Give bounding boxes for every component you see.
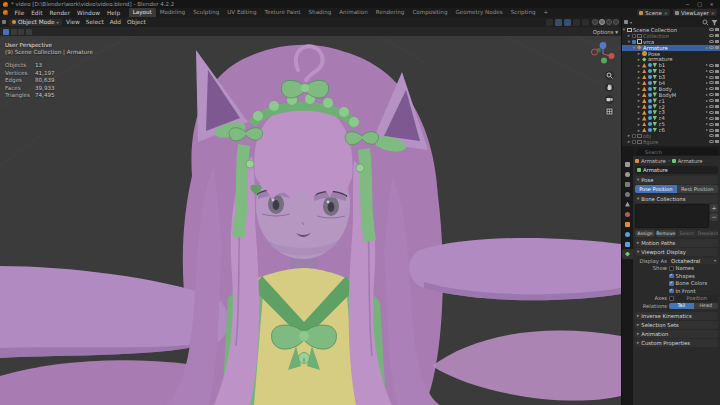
selectable-icon[interactable]	[706, 111, 708, 113]
menu-help[interactable]: Help	[103, 10, 123, 16]
axis-gizmo[interactable]	[590, 41, 616, 67]
hide-viewport-icon[interactable]	[709, 111, 714, 114]
tab-render[interactable]	[622, 169, 633, 179]
tab-view-layer[interactable]	[622, 189, 633, 199]
disable-render-icon[interactable]	[715, 140, 719, 143]
viewport-scene[interactable]	[0, 36, 621, 405]
outliner-row-figure[interactable]: ▸ figure	[622, 139, 720, 145]
tab-constraints[interactable]	[622, 229, 633, 239]
options-dropdown[interactable]: Options ▾	[593, 29, 618, 35]
disable-render-icon[interactable]	[715, 123, 719, 126]
display-as-dropdown[interactable]: Octahedral▾	[669, 258, 718, 265]
workspace-tab-texture-paint[interactable]: Texture Paint	[260, 8, 304, 17]
workspace-tab-rendering[interactable]: Rendering	[372, 8, 409, 17]
zoom-tool-icon[interactable]	[605, 71, 614, 80]
disable-render-icon[interactable]	[715, 111, 719, 114]
pose-position-button[interactable]: Pose Position	[635, 185, 677, 193]
add-bone-collection-button[interactable]: +	[710, 204, 718, 212]
minimize-button[interactable]: ─	[682, 0, 693, 8]
outliner-display-mode-icon[interactable]	[624, 20, 628, 24]
toggle-perspective-icon[interactable]	[605, 107, 614, 116]
panel-custom-properties-header[interactable]: ▸Custom Properties	[635, 339, 718, 347]
selectable-icon[interactable]	[706, 94, 708, 96]
shading-material-icon[interactable]	[606, 19, 612, 25]
selectable-icon[interactable]	[706, 100, 708, 102]
bone-colors-checkbox[interactable]	[669, 281, 674, 286]
tab-object-data[interactable]	[622, 249, 633, 259]
menu-window[interactable]: Window	[74, 10, 104, 16]
panel-bone-collections-header[interactable]: ▾Bone Collections	[635, 195, 718, 203]
workspace-tab-scripting[interactable]: Scripting	[507, 8, 540, 17]
hide-viewport-icon[interactable]	[709, 76, 714, 79]
workspace-tab-modeling[interactable]: Modeling	[156, 8, 189, 17]
workspace-tab-add[interactable]: +	[540, 8, 553, 17]
hide-viewport-icon[interactable]	[709, 40, 714, 43]
tab-tool[interactable]	[622, 159, 633, 169]
mode-dropdown[interactable]: Object Mode ▾	[9, 19, 62, 26]
selectable-icon[interactable]	[706, 129, 708, 131]
blender-logo-icon[interactable]	[3, 2, 8, 7]
menu-render[interactable]: Render	[46, 10, 74, 16]
view-layer-selector[interactable]: ViewLayer ×	[673, 9, 717, 16]
hide-viewport-icon[interactable]	[709, 140, 714, 143]
snap-magnet-icon[interactable]	[546, 19, 553, 26]
tab-output[interactable]	[622, 179, 633, 189]
hide-viewport-icon[interactable]	[709, 105, 714, 108]
search-icon[interactable]	[702, 19, 709, 26]
show-gizmo-icon[interactable]	[573, 19, 580, 26]
hide-viewport-icon[interactable]	[709, 117, 714, 120]
selectable-icon[interactable]	[706, 88, 708, 90]
head-button[interactable]: Head	[694, 303, 719, 310]
viewport-3d[interactable]: Object Mode ▾ View Select Add Object Opt	[0, 17, 621, 405]
workspace-tab-animation[interactable]: Animation	[335, 8, 372, 17]
move-view-hand-icon[interactable]	[605, 83, 614, 92]
exclude-checkbox[interactable]	[632, 140, 636, 144]
bone-collections-list-area[interactable]	[635, 204, 709, 228]
panel-selection-sets-header[interactable]: ▸Selection Sets	[635, 321, 718, 329]
disable-render-icon[interactable]	[715, 134, 719, 137]
assign-button[interactable]: Assign	[635, 230, 655, 237]
selectable-icon[interactable]	[706, 64, 708, 66]
menu-file[interactable]: File	[11, 10, 28, 16]
hide-viewport-icon[interactable]	[709, 46, 714, 49]
disable-render-icon[interactable]	[715, 64, 719, 67]
axes-checkbox[interactable]	[669, 296, 674, 301]
disable-render-icon[interactable]	[715, 46, 719, 49]
close-button[interactable]: ×	[706, 0, 717, 8]
hide-viewport-icon[interactable]	[709, 93, 714, 96]
rest-position-button[interactable]: Rest Position	[677, 185, 719, 193]
shading-wireframe-icon[interactable]	[592, 19, 598, 25]
names-checkbox[interactable]	[669, 266, 674, 271]
viewport-menu-select[interactable]: Select	[84, 19, 105, 25]
hide-viewport-icon[interactable]	[709, 64, 714, 67]
remove-button[interactable]: Remove	[656, 230, 676, 237]
hide-viewport-icon[interactable]	[709, 134, 714, 137]
disable-render-icon[interactable]	[715, 81, 719, 84]
tab-physics[interactable]	[622, 239, 633, 249]
disable-render-icon[interactable]	[715, 87, 719, 90]
remove-bone-collection-button[interactable]: −	[710, 213, 718, 221]
selectable-icon[interactable]	[706, 70, 708, 72]
hide-viewport-icon[interactable]	[709, 28, 714, 31]
workspace-tab-shading[interactable]: Shading	[305, 8, 336, 17]
disable-render-icon[interactable]	[715, 93, 719, 96]
selectable-icon[interactable]	[706, 82, 708, 84]
tab-scene[interactable]	[622, 199, 633, 209]
viewport-menu-add[interactable]: Add	[108, 19, 122, 25]
scene-selector[interactable]: Scene ×	[637, 9, 670, 16]
shading-rendered-icon[interactable]	[613, 19, 619, 25]
tab-object[interactable]	[622, 219, 633, 229]
shading-solid-icon[interactable]	[599, 19, 605, 25]
exclude-checkbox[interactable]	[632, 134, 636, 138]
breadcrumb-object[interactable]: Armature	[641, 158, 666, 164]
view-layer-unlink-icon[interactable]: ×	[711, 10, 715, 16]
exclude-checkbox[interactable]	[632, 34, 636, 38]
disable-render-icon[interactable]	[715, 28, 719, 31]
disable-render-icon[interactable]	[715, 105, 719, 108]
selectable-icon[interactable]	[706, 123, 708, 125]
camera-view-icon[interactable]	[605, 95, 614, 104]
tab-world[interactable]	[622, 209, 633, 219]
hide-viewport-icon[interactable]	[709, 99, 714, 102]
workspace-tab-geometry-nodes[interactable]: Geometry Nodes	[451, 8, 506, 17]
workspace-tab-sculpting[interactable]: Sculpting	[189, 8, 223, 17]
